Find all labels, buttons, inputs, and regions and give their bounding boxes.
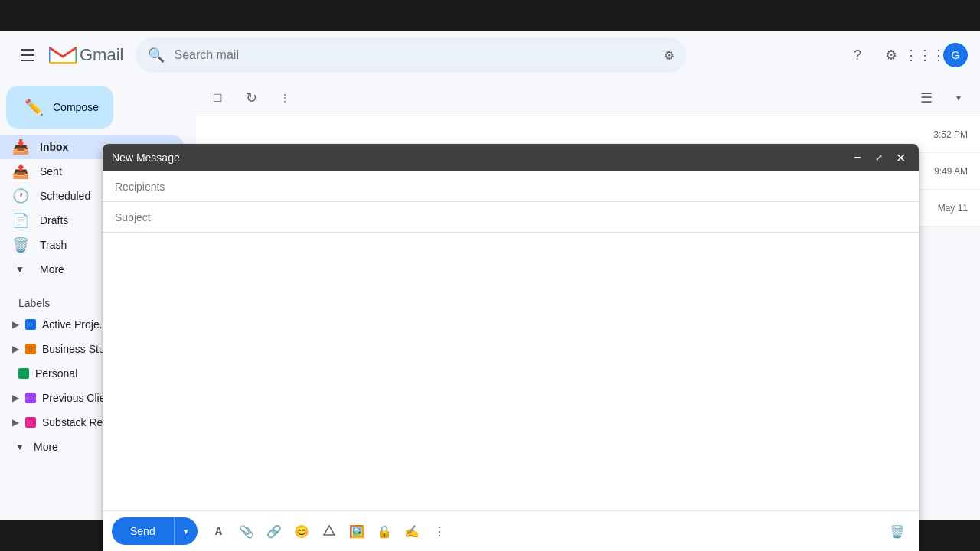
label-arrow-active-projects: ▶ (12, 319, 19, 330)
more-nav-icon: ▼ (12, 264, 28, 275)
svg-marker-0 (324, 526, 335, 535)
label-text-personal: Personal (35, 367, 77, 380)
sent-icon: 📤 (12, 163, 28, 180)
compose-controls: − ⤢ ✕ (848, 148, 910, 167)
compose-footer: Send ▼ A 📎 🔗 😊 🖼️ 🔒 ✍️ ⋮ 🗑️ (103, 510, 919, 551)
search-bar[interactable]: 🔍 ⚙ (136, 37, 687, 73)
formatting-button[interactable]: A (207, 519, 231, 543)
more-toolbar-button[interactable]: ⋮ (270, 83, 300, 113)
search-icon: 🔍 (148, 47, 165, 64)
view-options-button[interactable]: ▾ (943, 83, 974, 113)
send-button[interactable]: Send (112, 517, 174, 545)
list-view-button[interactable]: ☰ (911, 83, 942, 113)
subject-input[interactable] (115, 211, 906, 223)
search-options-icon[interactable]: ⚙ (664, 48, 675, 63)
email-time: May 11 (938, 203, 968, 214)
send-button-group: Send ▼ (112, 517, 198, 545)
trash-nav-icon: 🗑️ (12, 236, 28, 253)
recipients-field[interactable] (103, 171, 919, 202)
signature-button[interactable]: ✍️ (400, 519, 424, 543)
email-time: 3:52 PM (933, 129, 968, 140)
label-dot-previous-clients (25, 393, 36, 403)
send-dropdown-button[interactable]: ▼ (174, 517, 198, 545)
drive-icon (323, 525, 335, 537)
more-options-button[interactable]: ⋮ (427, 519, 452, 543)
apps-button[interactable]: ⋮⋮⋮ (910, 40, 940, 70)
inbox-icon: 📥 (12, 139, 28, 155)
drive-button[interactable] (317, 519, 341, 543)
settings-button[interactable]: ⚙ (876, 40, 906, 70)
compose-body[interactable] (103, 233, 919, 510)
sidebar-item-scheduled-label: Scheduled (40, 190, 90, 202)
compose-pencil-icon: ✏️ (24, 98, 44, 116)
email-toolbar: ☐ ↻ ⋮ ☰ ▾ (196, 80, 980, 116)
emoji-button[interactable]: 😊 (289, 519, 314, 543)
photo-button[interactable]: 🖼️ (345, 519, 369, 543)
label-text-active-projects: Active Proje... (42, 318, 108, 331)
labels-more-label: More (34, 441, 58, 453)
sidebar-item-sent-label: Sent (40, 165, 62, 178)
hamburger-icon (21, 49, 34, 61)
label-dot-personal (18, 368, 29, 379)
compose-close-button[interactable]: ✕ (891, 148, 910, 167)
sidebar-item-trash-label: Trash (40, 239, 67, 251)
scheduled-icon: 🕐 (12, 187, 28, 204)
gmail-logo: Gmail (49, 44, 123, 66)
compose-expand-button[interactable]: ⤢ (870, 148, 888, 167)
gmail-m-icon (49, 44, 77, 66)
menu-button[interactable] (12, 40, 43, 70)
drafts-icon: 📄 (12, 212, 28, 229)
recipients-input[interactable] (115, 181, 906, 193)
label-arrow-substack: ▶ (12, 417, 19, 428)
account-avatar[interactable]: G (943, 43, 968, 67)
labels-more-icon: ▼ (12, 442, 28, 452)
help-button[interactable]: ? (842, 40, 873, 70)
select-all-checkbox[interactable]: ☐ (202, 83, 233, 113)
compose-dialog: New Message − ⤢ ✕ Send ▼ A 📎 🔗 😊 (103, 144, 919, 551)
label-arrow-business-stuff: ▶ (12, 344, 19, 354)
link-button[interactable]: 🔗 (262, 519, 286, 543)
compose-label: Compose (53, 101, 99, 113)
topbar: Gmail 🔍 ⚙ ? ⚙ ⋮⋮⋮ G (0, 31, 980, 80)
label-dot-active-projects (25, 319, 36, 330)
compose-header[interactable]: New Message − ⤢ ✕ (103, 144, 919, 171)
discard-draft-button[interactable]: 🗑️ (885, 519, 910, 543)
sidebar-item-drafts-label: Drafts (40, 214, 68, 227)
sidebar-item-more-label: More (40, 263, 64, 276)
label-arrow-previous-clients: ▶ (12, 393, 19, 403)
search-input[interactable] (174, 48, 655, 62)
lock-button[interactable]: 🔒 (372, 519, 397, 543)
top-overlay (0, 0, 980, 31)
list-view-toggle: ☰ ▾ (911, 83, 974, 113)
send-dropdown-arrow: ▼ (182, 527, 190, 536)
compose-minimize-button[interactable]: − (848, 148, 867, 167)
compose-dialog-title: New Message (112, 152, 848, 164)
label-dot-business-stuff (25, 344, 36, 354)
topbar-right: ? ⚙ ⋮⋮⋮ G (842, 40, 968, 70)
gmail-text: Gmail (80, 45, 123, 65)
subject-field[interactable] (103, 202, 919, 233)
refresh-button[interactable]: ↻ (236, 83, 266, 113)
attach-button[interactable]: 📎 (234, 519, 259, 543)
label-dot-substack (25, 417, 36, 428)
email-time: 9:49 AM (934, 166, 968, 177)
compose-button[interactable]: ✏️ Compose (6, 86, 113, 129)
sidebar-item-inbox-label: Inbox (40, 141, 68, 153)
